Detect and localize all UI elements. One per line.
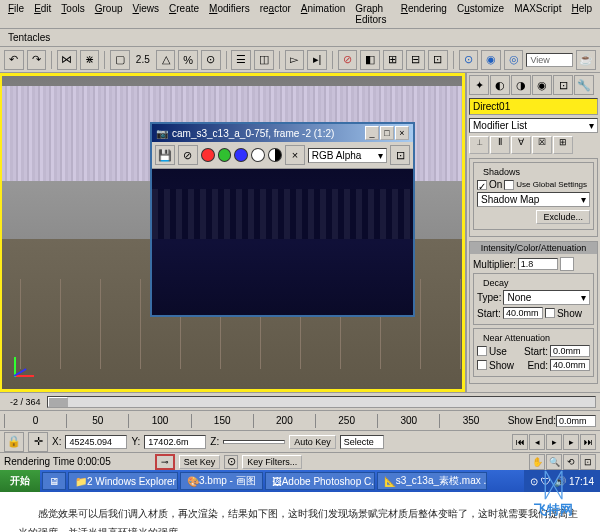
menu-create[interactable]: Create [165,2,203,26]
object-name-field[interactable]: Direct01 [469,98,598,115]
channel-select[interactable]: RGB Alpha [308,148,387,163]
utilities-tab-icon[interactable]: 🔧 [574,75,594,95]
create-tab-icon[interactable]: ✦ [469,75,489,95]
unlink-button[interactable]: ⋇ [80,50,100,70]
near-use-checkbox[interactable] [477,346,487,356]
menu-rendering[interactable]: Rendering [397,2,451,26]
menu-modifiers[interactable]: Modifiers [205,2,254,26]
near-end-spinner[interactable]: 40.0mm [550,359,590,371]
far-end-spinner[interactable]: 0.0mm [556,415,596,427]
menu-animation[interactable]: Animation [297,2,349,26]
time-slider[interactable] [47,396,596,408]
angle-snap-button[interactable]: △ [156,50,176,70]
undo-button[interactable]: ↶ [4,50,24,70]
copy-button[interactable]: ⊡ [390,145,410,165]
maximize-button[interactable]: □ [380,126,394,140]
display-tab-icon[interactable]: ⊡ [553,75,573,95]
menu-graph-editors[interactable]: Graph Editors [351,2,394,26]
shadow-type-select[interactable]: Shadow Map [477,192,590,207]
key-mode-icon[interactable]: ⊙ [224,455,238,469]
menu-edit[interactable]: Edit [30,2,55,26]
menu-help[interactable]: Help [567,2,596,26]
multiplier-spinner[interactable]: 1.8 [518,258,558,270]
menu-tentacles[interactable]: Tentacles [4,31,54,44]
near-start-spinner[interactable]: 0.0mm [550,345,590,357]
decay-show-checkbox[interactable] [545,308,555,318]
menu-file[interactable]: File [4,2,28,26]
taskbar-item[interactable]: 🖼 Adobe Photoshop C... [265,472,375,490]
red-channel-button[interactable] [201,148,215,162]
z-coord-field[interactable] [223,440,285,444]
render-last-button[interactable]: ◉ [481,50,501,70]
schematic-button[interactable]: ⊟ [406,50,426,70]
menu-reactor[interactable]: reactor [256,2,295,26]
remove-mod-button[interactable]: ☒ [532,136,552,154]
curve-editor-button[interactable]: ⊞ [383,50,403,70]
align-button[interactable]: ▸| [307,50,327,70]
set-key-button[interactable]: ⊸ [155,454,175,470]
blue-channel-button[interactable] [234,148,248,162]
start-button[interactable]: 开始 [0,470,40,492]
save-image-button[interactable]: 💾 [155,145,175,165]
goto-start-button[interactable]: ⏮ [512,434,528,450]
clear-button[interactable]: × [285,145,305,165]
render-titlebar[interactable]: 📷 cam_s3_c13_a_0-75f, frame -2 (1:2) _ □… [152,124,413,142]
quick-render-button[interactable]: ◎ [504,50,524,70]
lock-icon[interactable]: 🔒 [4,432,24,452]
menu-views[interactable]: Views [129,2,164,26]
close-button[interactable]: × [395,126,409,140]
mirror-button[interactable]: ▻ [285,50,305,70]
render-scene-button[interactable]: ⊙ [459,50,479,70]
green-channel-button[interactable] [218,148,232,162]
key-filters-button[interactable]: Key Filters... [242,455,302,469]
magnet-icon[interactable]: ⊙ [201,50,221,70]
view-selector[interactable]: View [526,53,573,67]
exclude-button[interactable]: Exclude... [536,210,590,224]
make-unique-button[interactable]: ∀ [511,136,531,154]
redo-button[interactable]: ↷ [27,50,47,70]
taskbar-item[interactable]: 📐 s3_c13a_素模.max ... [377,472,487,490]
decay-type-select[interactable]: None [503,290,590,305]
percent-snap-button[interactable]: % [178,50,198,70]
minimize-button[interactable]: _ [365,126,379,140]
taskbar-item[interactable]: 📁 2 Windows Explorer [68,472,178,490]
ica-rollout-header[interactable]: Intensity/Color/Attenuation [470,242,597,254]
modifier-list-select[interactable]: Modifier List [469,118,598,133]
global-settings-checkbox[interactable] [504,180,514,190]
taskbar-item[interactable]: 🎨 3.bmp - 画图 [180,472,263,490]
auto-key-button[interactable]: Auto Key [289,435,336,449]
pin-stack-button[interactable]: ⟂ [469,136,489,154]
y-coord-field[interactable]: 17402.6m [144,435,206,449]
cancel-icon[interactable]: ⊘ [338,50,358,70]
tool-button[interactable]: ◫ [254,50,274,70]
color-swatch[interactable] [560,257,574,271]
modify-tab-icon[interactable]: ◐ [490,75,510,95]
decay-start-spinner[interactable]: 40.0mm [503,307,543,319]
crosshair-icon[interactable]: ✛ [28,432,48,452]
hierarchy-tab-icon[interactable]: ◑ [511,75,531,95]
next-frame-button[interactable]: ▸ [563,434,579,450]
teapot-icon[interactable]: ☕ [576,50,596,70]
layer-icon[interactable]: ◧ [360,50,380,70]
link-button[interactable]: ⋈ [57,50,77,70]
key-selector[interactable]: Selecte [340,435,384,449]
menu-tools[interactable]: Tools [57,2,88,26]
time-ruler[interactable]: 0 50 100 150 200 250 300 350 Show End: 0… [0,410,600,430]
select-button[interactable]: ▢ [110,50,130,70]
quicklaunch-icon[interactable]: 🖥 [42,472,66,490]
shadows-on-checkbox[interactable]: ✓ [477,180,487,190]
mono-channel-button[interactable] [268,148,282,162]
clone-button[interactable]: ⊘ [178,145,198,165]
alpha-channel-button[interactable] [251,148,265,162]
material-editor-button[interactable]: ⊡ [428,50,448,70]
menu-customize[interactable]: Customize [453,2,508,26]
play-button[interactable]: ▸ [546,434,562,450]
motion-tab-icon[interactable]: ◉ [532,75,552,95]
show-end-result-button[interactable]: Ⅱ [490,136,510,154]
x-coord-field[interactable]: 45245.094 [65,435,127,449]
near-show-checkbox[interactable] [477,360,487,370]
named-sel-button[interactable]: ☰ [231,50,251,70]
menu-maxscript[interactable]: MAXScript [510,2,565,26]
set-key-label[interactable]: Set Key [179,455,221,469]
menu-group[interactable]: Group [91,2,127,26]
